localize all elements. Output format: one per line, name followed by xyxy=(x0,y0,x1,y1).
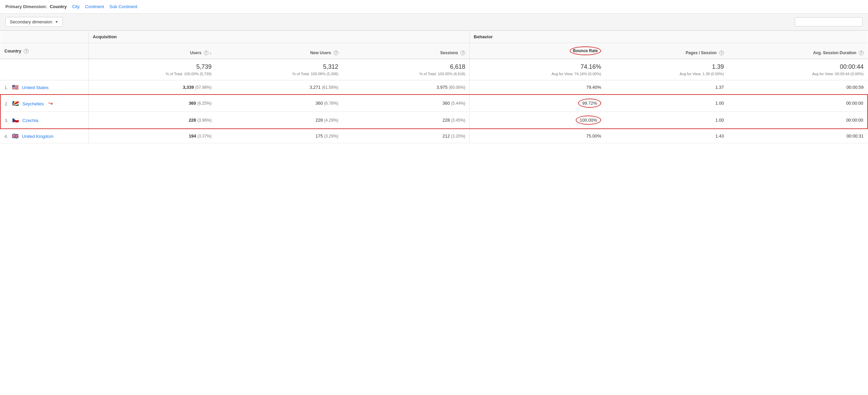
sessions-cell: 228 (3.45%) xyxy=(342,112,470,129)
acquisition-group-header: Acquisition xyxy=(88,31,470,43)
country-header-label: Country xyxy=(4,48,21,54)
summary-avg-session-duration-cell: 00:00:44 Avg for View: 00:00:44 (0.00%) xyxy=(728,59,868,80)
sessions-pct: (3.20%) xyxy=(451,134,465,139)
secondary-dimension-button[interactable]: Secondary dimension ▼ xyxy=(5,17,63,27)
avg-session-duration-cell: 00:00:59 xyxy=(728,80,868,95)
red-arrow-icon: ↙ xyxy=(46,99,54,108)
new-users-help-icon[interactable]: ? xyxy=(334,50,338,55)
users-cell: 194 (3.37%) xyxy=(88,129,216,143)
summary-row: 5,739 % of Total: 100.00% (5,739) 5,312 … xyxy=(0,59,868,80)
data-table-wrapper: Acquisition Behavior Country ? Users ? ↓… xyxy=(0,30,868,143)
users-value: 194 xyxy=(189,133,196,139)
bounce-rate-value: 75.00% xyxy=(586,133,601,139)
users-cell: 360 (6.25%) xyxy=(88,95,216,112)
summary-avg-session-value: 00:00:44 xyxy=(732,63,864,70)
table-row: 3. 🇨🇿 Czechia 228 (3.96%)228 (4.29%)228 … xyxy=(0,112,868,129)
table-row: 4. 🇬🇧 United Kingdom 194 (3.37%)175 (3.2… xyxy=(0,129,868,143)
summary-country-cell xyxy=(0,59,88,80)
country-cell: 1. 🇺🇸 United States xyxy=(0,80,88,95)
summary-users-cell: 5,739 % of Total: 100.00% (5,739) xyxy=(88,59,216,80)
bounce-rate-cell: 99.72% xyxy=(470,95,605,112)
bounce-rate-header-label: Bounce Rate xyxy=(570,46,601,55)
users-cell: 3,339 (57.98%) xyxy=(88,80,216,95)
sessions-cell: 212 (3.20%) xyxy=(342,129,470,143)
avg-session-duration-value: 00:00:00 xyxy=(846,118,863,123)
bounce-rate-cell: 75.00% xyxy=(470,129,605,143)
summary-pages-session-value: 1.39 xyxy=(609,63,724,70)
row-number: 4. xyxy=(4,134,8,139)
sessions-cell: 360 (5.44%) xyxy=(342,95,470,112)
summary-bounce-rate-value: 74.16% xyxy=(474,63,601,70)
column-header-row: Country ? Users ? ↓ New Users ? Sessions… xyxy=(0,43,868,59)
pages-session-value: 1.37 xyxy=(715,85,724,90)
country-flag: 🇨🇿 xyxy=(12,117,19,123)
summary-sessions-value: 6,618 xyxy=(347,63,466,70)
primary-link-continent[interactable]: Continent xyxy=(85,4,104,9)
avg-session-duration-value: 00:00:00 xyxy=(846,101,863,106)
new-users-column-header: New Users ? xyxy=(216,43,342,59)
group-header-row: Acquisition Behavior xyxy=(0,31,868,43)
country-link[interactable]: United Kingdom xyxy=(22,134,54,139)
avg-session-duration-value: 00:00:31 xyxy=(846,133,864,139)
country-flag: 🇬🇧 xyxy=(12,133,19,139)
behavior-group-header: Behavior xyxy=(470,31,868,43)
pages-session-column-header: Pages / Session ? xyxy=(605,43,728,59)
pages-session-help-icon[interactable]: ? xyxy=(719,50,724,55)
summary-bounce-rate-sub: Avg for View: 74.16% (0.00%) xyxy=(474,72,601,76)
new-users-pct: (61.58%) xyxy=(322,85,338,90)
summary-new-users-value: 5,312 xyxy=(220,63,338,70)
summary-avg-session-sub: Avg for View: 00:00:44 (0.00%) xyxy=(732,72,864,76)
users-pct: (3.96%) xyxy=(197,118,212,123)
sessions-help-icon[interactable]: ? xyxy=(460,50,465,55)
summary-pages-session-cell: 1.39 Avg for View: 1.39 (0.00%) xyxy=(605,59,728,80)
country-column-header: Country ? xyxy=(0,43,88,59)
pages-session-value: 1.00 xyxy=(715,118,724,123)
bounce-rate-value: 79.40% xyxy=(586,85,601,90)
new-users-cell: 175 (3.29%) xyxy=(216,129,342,143)
avg-session-duration-cell: 00:00:00 xyxy=(728,95,868,112)
pages-session-cell: 1.43 xyxy=(605,129,728,143)
secondary-dimension-bar: Secondary dimension ▼ xyxy=(0,14,868,30)
sessions-pct: (60.06%) xyxy=(449,85,466,90)
sessions-pct: (5.44%) xyxy=(451,101,465,106)
new-users-pct: (4.29%) xyxy=(324,118,338,123)
users-value: 3,339 xyxy=(183,85,194,90)
users-help-icon[interactable]: ? xyxy=(204,50,209,55)
new-users-cell: 360 (6.78%) xyxy=(216,95,342,112)
country-help-icon[interactable]: ? xyxy=(24,49,28,54)
row-number: 1. xyxy=(4,85,8,90)
country-link[interactable]: United States xyxy=(22,85,48,90)
users-pct: (57.98%) xyxy=(195,85,212,90)
primary-link-subcontinent[interactable]: Sub Continent xyxy=(110,4,137,9)
summary-users-sub: % of Total: 100.00% (5,739) xyxy=(93,72,212,76)
avg-session-duration-cell: 00:00:31 xyxy=(728,129,868,143)
primary-dimension-label: Primary Dimension: xyxy=(5,4,47,9)
pages-session-value: 1.43 xyxy=(715,133,724,139)
pages-session-cell: 1.37 xyxy=(605,80,728,95)
country-link[interactable]: Czechia xyxy=(22,118,38,123)
pages-session-header-label: Pages / Session xyxy=(686,50,716,55)
pages-session-cell: 1.00 xyxy=(605,112,728,129)
bounce-rate-cell: 100.00% xyxy=(470,112,605,129)
search-input[interactable] xyxy=(795,17,863,26)
summary-bounce-rate-cell: 74.16% Avg for View: 74.16% (0.00%) xyxy=(470,59,605,80)
avg-session-duration-help-icon[interactable]: ? xyxy=(859,50,864,55)
new-users-cell: 228 (4.29%) xyxy=(216,112,342,129)
users-value: 360 xyxy=(189,101,196,106)
primary-link-city[interactable]: City xyxy=(72,4,80,9)
country-cell: 3. 🇨🇿 Czechia xyxy=(0,112,88,129)
table-row: 1. 🇺🇸 United States 3,339 (57.98%)3,271 … xyxy=(0,80,868,95)
sessions-header-label: Sessions xyxy=(440,50,458,55)
users-value: 228 xyxy=(189,118,196,123)
sessions-pct: (3.45%) xyxy=(451,118,465,123)
summary-new-users-sub: % of Total: 100.08% (5,308) xyxy=(220,72,338,76)
avg-session-duration-column-header: Avg. Session Duration ? xyxy=(728,43,868,59)
pages-session-value: 1.00 xyxy=(715,101,724,106)
summary-pages-session-sub: Avg for View: 1.39 (0.00%) xyxy=(609,72,724,76)
sort-arrow-icon[interactable]: ↓ xyxy=(210,51,212,55)
table-row: 2. 🇸🇨 Seychelles ↙ 360 (6.25%)360 (6.78%… xyxy=(0,95,868,112)
country-link[interactable]: Seychelles xyxy=(22,101,44,106)
country-cell: 4. 🇬🇧 United Kingdom xyxy=(0,129,88,143)
summary-users-value: 5,739 xyxy=(93,63,212,70)
sessions-column-header: Sessions ? xyxy=(342,43,470,59)
